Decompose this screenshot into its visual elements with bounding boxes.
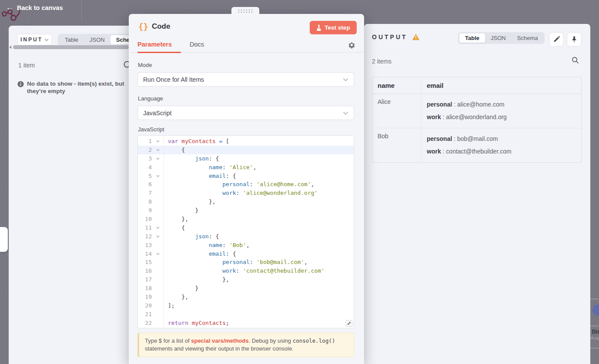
code-editor[interactable]: 1var myContacts = [2 {3 json: {4 name: '…: [137, 135, 354, 328]
fold-spacer: [154, 310, 162, 319]
left-edge-tab[interactable]: [0, 227, 8, 252]
tab-json[interactable]: JSON: [84, 35, 110, 44]
code-text: }: [164, 284, 198, 293]
tab-parameters[interactable]: Parameters: [137, 41, 172, 48]
editor-resize-grip[interactable]: [346, 320, 352, 327]
special-vars-link[interactable]: special vars/methods: [191, 337, 248, 344]
table-row: Bobpersonal : bob@mail.comwork : contact…: [372, 128, 582, 163]
mode-select[interactable]: Run Once for All Items: [137, 72, 354, 87]
background-canvas-card: Dis dLega: [590, 296, 599, 352]
code-line[interactable]: 3 json: {: [138, 154, 354, 163]
search-icon[interactable]: [572, 57, 579, 64]
code-line[interactable]: 9 }: [138, 206, 354, 215]
email-entry: personal : bob@mail.com: [427, 133, 576, 145]
code-line[interactable]: 16 work: 'contact@thebuilder.com': [138, 267, 354, 275]
input-selector-dropdown[interactable]: INPUT: [17, 34, 52, 45]
input-panel: INPUT TableJSONSchema 1 item No data to …: [9, 26, 129, 364]
language-value: JavaScript: [143, 110, 171, 117]
gear-icon[interactable]: [348, 41, 355, 49]
fold-chevron-icon[interactable]: [154, 250, 162, 258]
modal-drag-handle[interactable]: [231, 7, 259, 15]
code-text: email: {: [164, 250, 236, 258]
fold-chevron-icon[interactable]: [154, 154, 162, 163]
column-header-name: name: [372, 77, 422, 94]
line-number: 8: [138, 197, 154, 206]
code-line[interactable]: 4 name: 'Alice',: [138, 163, 354, 172]
console-log-code: console.log(): [293, 337, 335, 344]
code-text: json: {: [164, 232, 219, 241]
code-line[interactable]: 12 json: {: [138, 232, 354, 241]
line-number: 6: [138, 180, 154, 189]
code-line[interactable]: 22return myContacts;: [138, 319, 354, 327]
code-text: {: [164, 224, 185, 232]
code-line[interactable]: 18 }: [138, 284, 354, 293]
scroll-left-arrow-icon[interactable]: [9, 45, 12, 49]
pin-output-button[interactable]: [567, 32, 582, 47]
code-line[interactable]: 2 {: [138, 146, 354, 154]
node-avatar-fragment: [592, 304, 599, 316]
hint-text: Type $ for a list of: [145, 337, 191, 344]
fold-spacer: [154, 197, 162, 206]
email-entry: work : alice@wonderland.org: [427, 111, 576, 124]
mode-value: Run Once for All Items: [143, 76, 204, 83]
editor-gutter: 5: [138, 172, 164, 180]
tab-json[interactable]: JSON: [485, 33, 512, 43]
code-line[interactable]: 17 },: [138, 275, 354, 284]
input-empty-message: No data to show - item(s) exist, but the…: [17, 80, 126, 95]
fold-chevron-icon[interactable]: [154, 224, 162, 232]
line-number: 9: [138, 206, 154, 215]
code-line[interactable]: 11 {: [138, 224, 354, 232]
editor-hint: Type $ for a list of special vars/method…: [137, 333, 354, 357]
code-line[interactable]: 20];: [138, 301, 354, 310]
editor-gutter: 1: [138, 137, 164, 146]
tab-docs[interactable]: Docs: [190, 41, 204, 48]
fold-chevron-icon[interactable]: [154, 146, 162, 154]
output-panel-title: OUTPUT: [372, 33, 408, 40]
tab-schema[interactable]: Schema: [512, 33, 544, 43]
code-line[interactable]: 10 },: [138, 215, 354, 224]
fold-spacer: [154, 241, 162, 250]
editor-gutter: 16: [138, 267, 164, 275]
code-line[interactable]: 15 personal: 'bob@mail.com',: [138, 258, 354, 267]
line-number: 20: [138, 301, 154, 310]
horizontal-scrollbar[interactable]: [13, 45, 129, 49]
code-line[interactable]: 5 email: {: [138, 172, 354, 180]
line-number: 11: [138, 224, 154, 232]
code-line[interactable]: 6 personal: 'alice@home.com',: [138, 180, 354, 189]
output-items-count: 2 items: [372, 58, 392, 65]
code-line[interactable]: 21: [138, 310, 354, 319]
code-text: },: [164, 293, 188, 301]
editor-gutter: 18: [138, 284, 164, 293]
fold-spacer: [154, 206, 162, 215]
table-header-row: nameemail: [372, 77, 582, 94]
input-items-count: 1 item: [18, 62, 35, 69]
code-line[interactable]: 7 work: 'alice@wonderland.org': [138, 189, 354, 197]
tab-table[interactable]: Table: [459, 33, 485, 43]
table-row: Alicepersonal : alice@home.comwork : ali…: [372, 94, 582, 128]
edit-output-button[interactable]: [549, 32, 564, 47]
code-line[interactable]: 1var myContacts = [: [138, 137, 354, 146]
test-step-button[interactable]: Test step: [310, 21, 357, 34]
fold-chevron-icon[interactable]: [154, 232, 162, 241]
code-text: work: 'alice@wonderland.org': [164, 189, 318, 197]
cell-name: Bob: [372, 128, 422, 163]
cell-name: Alice: [372, 94, 422, 128]
fold-chevron-icon[interactable]: [154, 172, 162, 180]
fold-spacer: [154, 215, 162, 224]
chevron-down-icon: [343, 78, 348, 81]
code-line[interactable]: 19 },: [138, 293, 354, 301]
fold-spacer: [154, 163, 162, 172]
tab-table[interactable]: Table: [59, 35, 84, 44]
language-select[interactable]: JavaScript: [137, 106, 354, 120]
test-step-label: Test step: [325, 24, 350, 31]
code-text: },: [164, 215, 188, 224]
editor-gutter: 21: [138, 310, 164, 319]
code-line[interactable]: 14 email: {: [138, 250, 354, 258]
flask-icon: [316, 25, 321, 31]
hint-text: statements and viewing their output in t…: [145, 345, 294, 352]
code-line[interactable]: 8 },: [138, 197, 354, 206]
fold-chevron-icon[interactable]: [154, 137, 162, 146]
fragment-text-primary: Dis: [592, 329, 599, 335]
code-line[interactable]: 13 name: 'Bob',: [138, 241, 354, 250]
line-number: 3: [138, 154, 154, 163]
